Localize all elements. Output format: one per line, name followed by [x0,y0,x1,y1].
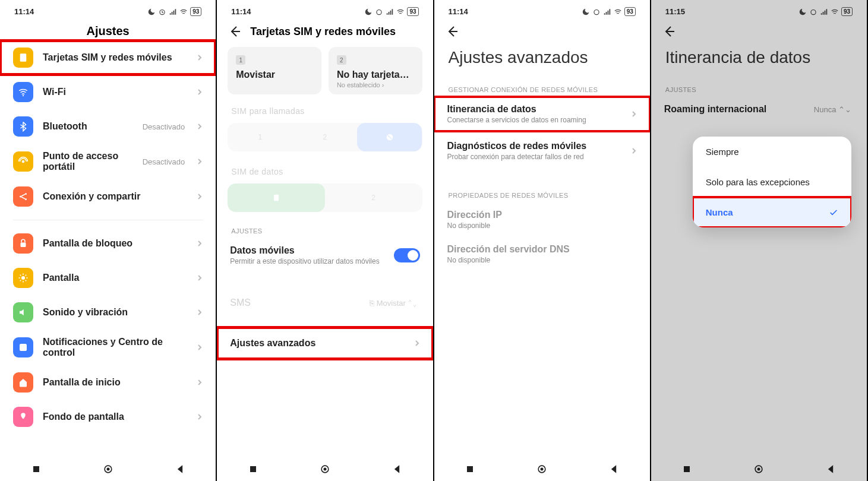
row-mobile-data[interactable]: Datos móviles Permitir a este dispositiv… [217,238,433,273]
back-button-icon[interactable] [608,463,620,475]
status-bar: 11:14 93 [0,0,216,18]
row-hotspot[interactable]: Punto de acceso portátil Desactivado [0,144,216,179]
home-button-icon[interactable] [536,463,548,475]
signal-icon [603,8,611,16]
home-button-icon[interactable] [102,463,114,475]
status-time: 11:14 [449,7,468,16]
page-title: Tarjetas SIM y redes móviles [250,26,396,38]
wifi-icon [396,8,405,16]
recent-apps-icon[interactable] [30,463,42,475]
chevron-right-icon [631,148,637,154]
svg-rect-7 [21,243,26,248]
recent-apps-icon[interactable] [681,463,693,475]
signal-icon [169,8,177,16]
row-connect-share[interactable]: Conexión y compartir [0,179,216,214]
row-wallpaper[interactable]: Fondo de pantalla [0,400,216,434]
section-label-props: PROPIEDADES DE REDES MÓVILES [434,168,650,202]
back-icon[interactable] [445,24,459,39]
row-display[interactable]: Pantalla [0,261,216,295]
chevron-right-icon [197,124,203,129]
back-button-icon[interactable] [825,463,837,475]
wifi-icon [179,8,188,16]
row-home[interactable]: Pantalla de inicio [0,365,216,400]
sim-name: No hay tarjeta… [337,69,414,80]
alarm-icon [375,8,383,16]
row-label: Itinerancia de datos [447,104,621,115]
sim-name: Movistar [236,69,313,80]
sound-icon [13,302,33,322]
home-button-icon[interactable] [319,463,331,475]
alarm-icon [592,8,601,16]
row-sub: Probar conexión para detectar fallos de … [447,153,621,161]
status-time: 11:14 [231,7,251,16]
data-sim-selector[interactable]: 2 [228,183,422,212]
call-sim-selector[interactable]: 1 2 [228,123,422,151]
status-icons: 93 [798,7,853,16]
svg-point-26 [757,468,760,471]
popup-option-never[interactable]: Nunca [693,197,851,227]
row-label: Diagnósticos de redes móviles [447,141,621,151]
block-icon [385,132,394,142]
row-dns: Dirección del servidor DNS No disponible [434,237,650,271]
row-sim-networks[interactable]: Tarjetas SIM y redes móviles [0,40,216,75]
bluetooth-icon [13,116,33,137]
status-bar: 11:15 93 [651,0,867,18]
chevron-right-icon [414,340,420,346]
header: Ajustes [0,18,216,40]
mobile-data-toggle[interactable] [394,248,420,262]
back-button-icon[interactable] [391,463,403,475]
row-sms[interactable]: SMS ⎘ Movistar ⌃⌄ [217,290,433,315]
battery-indicator: 93 [190,7,201,16]
svg-rect-10 [33,466,39,472]
moon-icon [364,8,373,16]
option-label: Siempre [706,147,739,157]
signal-icon [820,8,828,16]
status-icons: 93 [582,7,636,16]
row-ip: Dirección IP No disponible [434,202,650,237]
back-button-icon[interactable] [174,463,186,475]
row-label: Punto de acceso portátil [43,151,133,172]
row-notifications[interactable]: Notificaciones y Centro de control [0,330,216,365]
sim-card-2[interactable]: 2 No hay tarjeta… No establecido › [329,47,422,94]
row-label: Pantalla de inicio [43,377,187,388]
row-sound[interactable]: Sonido y vibración [0,295,216,330]
chevron-right-icon [197,159,203,164]
row-intl-roaming[interactable]: Roaming internacional Nunca ⌃⌄ [651,97,867,122]
row-sub: No disponible [447,256,637,264]
recent-apps-icon[interactable] [464,463,476,475]
home-button-icon[interactable] [753,463,765,475]
sim-sub: No establecido › [337,81,414,88]
status-time: 11:15 [665,7,685,16]
row-label: Dirección IP [447,210,637,220]
popup-option-always[interactable]: Siempre [693,137,851,167]
row-data-roaming[interactable]: Itinerancia de datos Conectarse a servic… [434,97,650,131]
screen-advanced: 11:14 93 Ajustes avanzados GESTIONAR CON… [434,0,651,481]
row-label: Tarjetas SIM y redes móviles [43,52,187,63]
back-icon[interactable] [662,24,676,39]
sim-cards-row: 1 Movistar 2 No hay tarjeta… No establec… [217,41,433,100]
chevron-right-icon [197,309,203,315]
navbar [651,455,867,481]
row-lockscreen[interactable]: Pantalla de bloqueo [0,226,216,261]
svg-rect-24 [684,466,690,472]
notifications-icon [13,337,33,357]
alarm-icon [809,8,818,16]
sim-card-1[interactable]: 1 Movistar [228,47,321,94]
chevron-right-icon [197,379,203,385]
chevron-right-icon [197,275,203,281]
page-title: Ajustes avanzados [434,39,650,74]
row-wifi[interactable]: Wi-Fi [0,75,216,109]
row-bluetooth[interactable]: Bluetooth Desactivado [0,109,216,144]
wifi-icon [614,8,622,16]
row-advanced-settings[interactable]: Ajustes avanzados [217,327,433,359]
popup-option-exceptions[interactable]: Solo para las excepciones [693,167,851,197]
row-diagnostics[interactable]: Diagnósticos de redes móviles Probar con… [434,131,650,168]
option-label: Nunca [706,207,733,217]
back-icon[interactable] [228,24,242,39]
chevron-right-icon [197,240,203,246]
recent-apps-icon[interactable] [247,463,259,475]
row-label: Pantalla de bloqueo [43,238,187,249]
wifi-icon [13,82,33,102]
alarm-icon [158,8,166,16]
sun-icon [13,268,33,288]
